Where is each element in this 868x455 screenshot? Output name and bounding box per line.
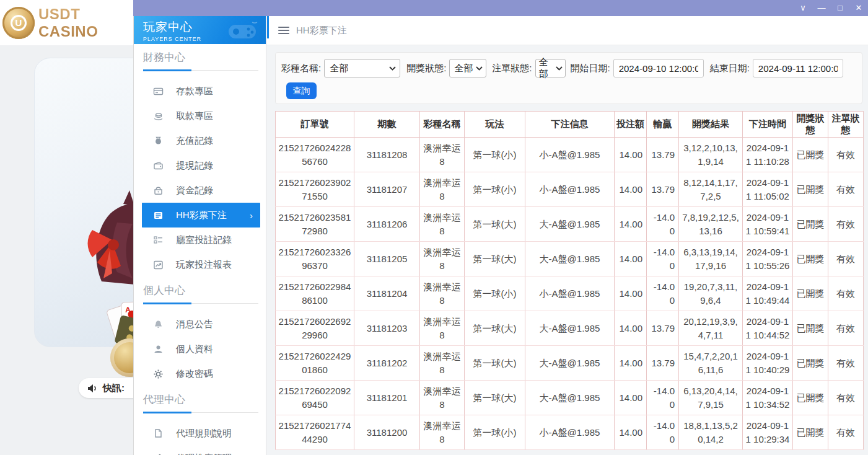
cell-win-loss: 13.79 [647, 138, 679, 172]
chevron-down-icon[interactable]: ∨ [794, 0, 812, 16]
sidebar-item[interactable]: 取款專區 [134, 104, 266, 128]
order-status-select[interactable]: 全部 [535, 59, 566, 77]
cell-period: 31181202 [354, 346, 420, 381]
cell-draw-status: 已開獎 [793, 207, 828, 242]
column-header-win-loss: 輸贏 [647, 112, 679, 138]
start-date-label: 開始日期: [571, 63, 610, 74]
cell-lottery-name: 澳洲幸运8 [420, 346, 465, 381]
cell-period: 31181203 [354, 311, 420, 346]
cell-bet-amount: 14.00 [615, 276, 647, 311]
chevron-down-icon [389, 66, 396, 71]
cell-bet-info: 小-A盤@1.985 [525, 276, 615, 311]
maximize-icon[interactable]: □ [831, 0, 849, 16]
cell-bet-info: 大-A盤@1.985 [525, 242, 615, 276]
cell-order-no: 2152172602298486100 [276, 276, 354, 311]
brand-name: USDT CASINO [38, 6, 133, 40]
sidebar-item[interactable]: 代理推廣管理 [134, 446, 266, 455]
cell-win-loss: -14.00 [647, 381, 679, 415]
cell-period: 31181200 [354, 415, 420, 450]
search-button[interactable]: 查詢 [286, 82, 317, 99]
cell-order-status: 有效 [828, 172, 864, 207]
sidebar-item[interactable]: 消息公告 [134, 312, 266, 337]
end-date-input[interactable] [753, 59, 843, 77]
cell-bet-time: 2024-09-11 10:49:44 [743, 276, 793, 311]
cell-order-no: 2152172602358172980 [276, 207, 354, 242]
lottery-name-select[interactable]: 全部 [324, 59, 400, 77]
cell-play-type: 第一球(小) [465, 138, 525, 172]
cell-order-no: 2152172602422856760 [276, 138, 354, 172]
cell-period: 31181206 [354, 207, 420, 242]
filter-panel: 彩種名稱: 全部 開獎狀態: 全部 注單狀態: 全部 開始日期: 結束日期: 查… [275, 52, 862, 104]
cell-draw-result: 6,13,20,4,14,7,9,15 [679, 381, 743, 415]
table-row: 215217260235817298031181206澳洲幸运8第一球(大)大-… [276, 207, 864, 242]
draw-status-select[interactable]: 全部 [449, 59, 486, 77]
cell-draw-result: 7,8,19,2,12,5,13,16 [679, 207, 743, 242]
cell-draw-status: 已開獎 [793, 242, 828, 276]
cell-order-status: 有效 [828, 207, 864, 242]
sidebar-item[interactable]: 充值記錄 [134, 128, 266, 153]
start-date-input[interactable] [613, 59, 704, 77]
sidebar-item[interactable]: 廳室投註記錄 [134, 228, 266, 252]
cell-order-status: 有效 [828, 381, 864, 415]
cell-bet-time: 2024-09-11 10:44:52 [743, 311, 793, 346]
cell-order-status: 有效 [828, 346, 864, 381]
cell-win-loss: -14.00 [647, 276, 679, 311]
cell-win-loss: -14.00 [647, 242, 679, 276]
minimize-icon[interactable]: — [812, 0, 831, 16]
cell-bet-amount: 14.00 [615, 346, 647, 381]
sidebar-item-label: 修改密碼 [176, 368, 213, 380]
column-header-bet-info: 下注信息 [525, 112, 615, 138]
cell-lottery-name: 澳洲幸运8 [420, 138, 465, 172]
cell-order-no: 2152172602332696370 [276, 242, 354, 276]
sidebar-item-label: 消息公告 [176, 319, 213, 330]
cell-order-no: 2152172602177444290 [276, 415, 354, 450]
cell-bet-time: 2024-09-11 11:05:02 [743, 172, 793, 207]
sidebar-item[interactable]: 修改密碼 [134, 361, 266, 386]
cell-order-status: 有效 [828, 311, 864, 346]
cell-order-status: 有效 [828, 415, 864, 450]
cell-bet-info: 小-A盤@1.985 [525, 172, 615, 207]
sidebar-item[interactable]: 玩家投注報表 [134, 252, 266, 277]
sidebar-item[interactable]: 個人資料 [134, 337, 266, 361]
cell-draw-result: 19,20,7,3,11,9,6,4 [679, 276, 743, 311]
cell-win-loss: 13.79 [647, 346, 679, 381]
sidebar-item[interactable]: HH彩票下注› [142, 203, 260, 228]
cell-draw-status: 已開獎 [793, 415, 828, 450]
cell-win-loss: 13.79 [647, 172, 679, 207]
cell-bet-info: 小-A盤@1.985 [525, 138, 615, 172]
order-status-label: 注單狀態: [492, 63, 532, 74]
column-header-draw-status: 開獎狀態 [793, 112, 828, 138]
cell-order-status: 有效 [828, 242, 864, 276]
sidebar-item[interactable]: 代理規則說明 [134, 421, 266, 446]
sidebar-item-label: 資金記錄 [176, 185, 213, 197]
sidebar-item[interactable]: 資金記錄 [134, 178, 266, 203]
sidebar-item[interactable]: 提現記錄 [134, 153, 266, 178]
menu-toggle-icon[interactable] [278, 27, 289, 34]
cell-bet-info: 小-A盤@1.985 [525, 415, 615, 450]
user-icon [152, 343, 164, 355]
window-titlebar: ∨—□✕ [133, 0, 868, 16]
column-header-draw-result: 開獎結果 [679, 112, 743, 138]
mascot-character-illustration: A [74, 179, 133, 347]
table-header-row: 訂單號期數彩種名稱玩法下注信息投注額輸贏開獎結果下注時間開獎狀態注單狀態 [276, 112, 864, 138]
cell-lottery-name: 澳洲幸运8 [420, 415, 465, 450]
table-row: 215217260233269637031181205澳洲幸运8第一球(大)大-… [276, 242, 864, 276]
cell-period: 31181207 [354, 172, 420, 207]
cell-bet-time: 2024-09-11 10:34:52 [743, 381, 793, 415]
close-icon[interactable]: ✕ [849, 0, 868, 16]
lottery-name-label: 彩種名稱: [281, 63, 321, 74]
cell-draw-status: 已開獎 [793, 381, 828, 415]
cell-draw-result: 20,12,19,3,9,4,7,11 [679, 311, 743, 346]
sidebar-item[interactable]: 存款專區 [134, 79, 266, 104]
brand-coin-icon: U [2, 7, 35, 39]
cell-draw-status: 已開獎 [793, 138, 828, 172]
left-promo-panel: A 快訊: U USDT CASINO [0, 0, 133, 455]
content-header: HH彩票下注 [267, 16, 868, 45]
cell-lottery-name: 澳洲幸运8 [420, 381, 465, 415]
cell-lottery-name: 澳洲幸运8 [420, 276, 465, 311]
header-accent-bar [267, 16, 269, 38]
cell-bet-info: 大-A盤@1.985 [525, 381, 615, 415]
wallet-icon [152, 160, 164, 171]
column-header-order-status: 注單狀態 [828, 112, 864, 138]
cell-order-no: 2152172602209269450 [276, 381, 354, 415]
